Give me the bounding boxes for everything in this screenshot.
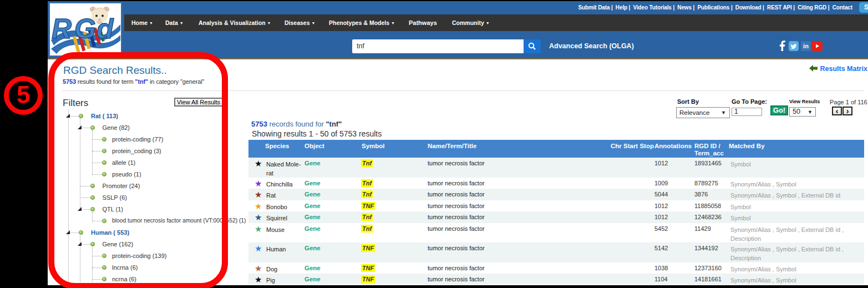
- svg-text:d: d: [97, 13, 114, 44]
- svg-text:G: G: [74, 13, 96, 44]
- svg-text:R: R: [52, 13, 72, 44]
